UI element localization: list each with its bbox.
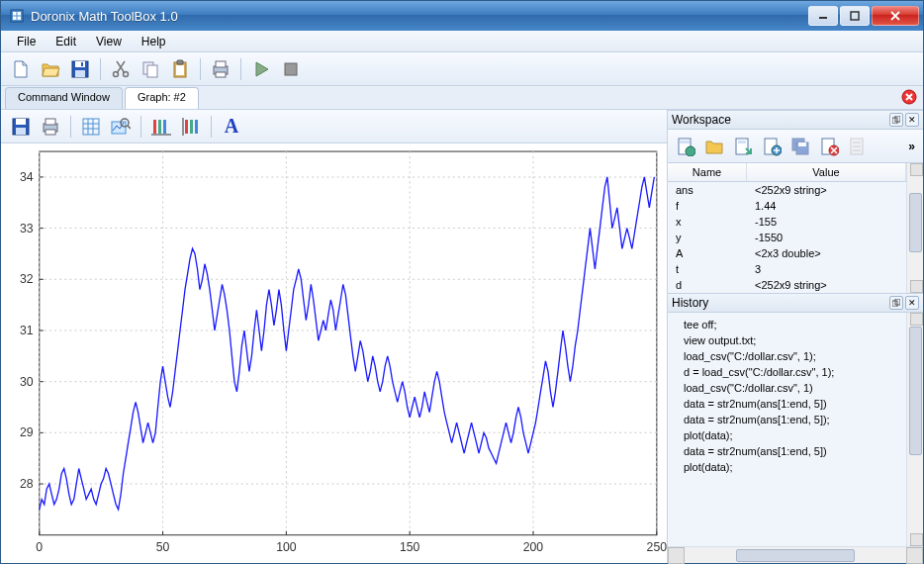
grid-icon[interactable] [77, 113, 105, 141]
history-line[interactable]: data = str2num(ans[1:end, 5]); [684, 412, 902, 427]
svg-rect-32 [190, 120, 193, 134]
table-row[interactable]: ans<252x9 string> [668, 182, 906, 198]
new-file-icon[interactable] [7, 55, 35, 83]
workspace-undock-icon[interactable] [889, 113, 903, 127]
ws-var-value: -155 [747, 215, 906, 229]
maximize-button[interactable] [840, 6, 870, 26]
paste-icon[interactable] [166, 55, 194, 83]
minimize-button[interactable] [808, 6, 838, 26]
svg-rect-25 [83, 119, 99, 135]
ws-var-name: f [668, 199, 747, 213]
ws-var-value: 1.44 [747, 199, 906, 213]
svg-text:29: 29 [20, 425, 34, 439]
history-line[interactable]: view output.txt; [684, 332, 902, 348]
tab-close-icon[interactable] [901, 89, 917, 105]
ws-var-name: A [668, 246, 747, 260]
save-plot-icon[interactable] [7, 113, 35, 141]
menu-file[interactable]: File [7, 32, 46, 51]
history-line[interactable]: plot(data); [684, 427, 902, 443]
open-folder-icon[interactable] [37, 55, 64, 83]
svg-rect-10 [147, 65, 157, 77]
svg-rect-23 [46, 119, 55, 125]
ws-var-value: <252x9 string> [747, 278, 906, 292]
table-row[interactable]: d<252x9 string> [668, 277, 906, 293]
save-icon[interactable] [66, 55, 94, 83]
svg-rect-5 [75, 70, 85, 77]
svg-rect-29 [158, 120, 161, 134]
history-undock-icon[interactable] [889, 296, 903, 310]
ws-col-name[interactable]: Name [668, 163, 747, 181]
history-line[interactable]: plot(data); [684, 459, 902, 475]
workspace-panel-header: Workspace ✕ [668, 110, 923, 130]
svg-text:100: 100 [276, 540, 297, 554]
table-row[interactable]: y-1550 [668, 230, 906, 245]
ws-overflow-icon[interactable]: » [904, 140, 919, 153]
cut-icon[interactable] [107, 55, 135, 83]
workspace-close-icon[interactable]: ✕ [905, 113, 919, 127]
workspace-scrollbar[interactable] [906, 163, 923, 293]
svg-text:28: 28 [20, 477, 34, 491]
table-row[interactable]: x-155 [668, 214, 906, 230]
svg-rect-31 [185, 120, 188, 134]
svg-rect-12 [177, 60, 183, 64]
svg-rect-20 [16, 119, 26, 125]
workspace-table-header: Name Value [668, 163, 906, 182]
ws-var-name: x [668, 215, 747, 229]
history-line[interactable]: load_csv("C:/dollar.csv", 1) [684, 380, 902, 396]
svg-text:30: 30 [20, 375, 34, 389]
tab-row: Command Window Graph: #2 [1, 86, 923, 110]
yaxis-icon[interactable] [177, 113, 205, 141]
table-row[interactable]: t3 [668, 261, 906, 277]
print-plot-icon[interactable] [37, 113, 64, 141]
ws-col-value[interactable]: Value [747, 163, 906, 181]
history-close-icon[interactable]: ✕ [905, 296, 919, 310]
ws-open-icon[interactable] [700, 133, 728, 160]
ws-clear-icon[interactable] [844, 133, 872, 160]
svg-rect-85 [798, 142, 806, 146]
tab-command-window[interactable]: Command Window [5, 87, 123, 109]
svg-rect-4 [75, 61, 85, 67]
print-icon[interactable] [207, 55, 234, 83]
ws-import-icon[interactable] [729, 133, 757, 160]
history-vscrollbar[interactable] [906, 313, 923, 546]
menu-view[interactable]: View [86, 32, 132, 51]
ws-new-var-icon[interactable] [672, 133, 699, 160]
ws-var-value: <2x3 double> [747, 246, 906, 260]
menu-edit[interactable]: Edit [46, 32, 86, 51]
table-row[interactable]: f1.44 [668, 198, 906, 214]
xaxis-icon[interactable] [147, 113, 175, 141]
menu-help[interactable]: Help [132, 32, 176, 51]
svg-point-7 [114, 71, 119, 76]
svg-text:50: 50 [156, 540, 170, 554]
line-chart: 28293031323334050100150200250 [1, 143, 667, 563]
ws-delete-icon[interactable] [815, 133, 843, 160]
menubar: File Edit View Help [1, 31, 923, 52]
ws-var-name: d [668, 278, 747, 292]
history-line[interactable]: data = str2num(ans[1:end, 5]) [684, 443, 902, 459]
zoom-plot-icon[interactable] [107, 113, 135, 141]
svg-rect-21 [16, 128, 26, 135]
close-button[interactable] [872, 6, 919, 26]
history-body[interactable]: tee off;view output.txt;load_csv("C:/dol… [668, 313, 906, 546]
copy-icon[interactable] [137, 55, 164, 83]
run-icon[interactable] [247, 55, 275, 83]
ws-var-value: -1550 [747, 231, 906, 244]
svg-text:0: 0 [36, 540, 43, 554]
history-line[interactable]: d = load_csv("C:/dollar.csv", 1); [684, 364, 902, 380]
svg-rect-15 [216, 61, 226, 67]
history-line[interactable]: data = str2num(ans[1:end, 5]) [684, 396, 902, 412]
svg-rect-34 [40, 151, 657, 535]
tab-graph[interactable]: Graph: #2 [125, 87, 199, 109]
annotate-text-icon[interactable]: A [218, 113, 245, 141]
svg-rect-33 [195, 120, 198, 134]
history-hscrollbar[interactable] [668, 546, 923, 563]
stop-icon[interactable] [277, 55, 305, 83]
titlebar: Doronix Math ToolBox 1.0 [1, 1, 923, 31]
table-row[interactable]: A<2x3 double> [668, 245, 906, 261]
ws-save-icon[interactable] [758, 133, 785, 160]
history-line[interactable]: tee off; [684, 317, 902, 332]
ws-saveall-icon[interactable] [786, 133, 814, 160]
svg-point-8 [124, 71, 129, 76]
history-line[interactable]: load_csv("C:/dollar.csv", 1); [684, 348, 902, 364]
plot-area[interactable]: 28293031323334050100150200250 [1, 143, 667, 563]
